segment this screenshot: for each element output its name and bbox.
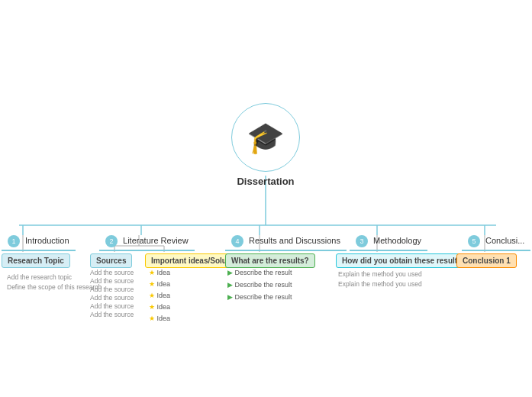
branch-label-literature: 2 Literature Review — [99, 233, 195, 251]
center-node: 🎓 Dissertation — [231, 103, 300, 187]
item-source-4: Add the source — [90, 294, 134, 302]
item-source-2: Add the source — [90, 277, 134, 285]
sub-results: What are the results? — [225, 253, 315, 268]
branch-results: 4 Results and Discussions — [225, 233, 347, 251]
branch-label-introduction: 1 Introduction — [2, 233, 76, 251]
branch-number-conclusion: 5 — [468, 235, 480, 247]
item-idea-5: ★ Idea — [149, 315, 170, 322]
branch-conclusion: 5 Conclusi... — [462, 233, 530, 251]
branch-label-results: 4 Results and Discussions — [225, 233, 347, 251]
center-label: Dissertation — [237, 176, 294, 187]
sub-research-topic: Research Topic — [2, 253, 70, 268]
item-source-6: Add the source — [90, 311, 134, 318]
item-result-2: ▶ Describe the result — [227, 281, 292, 289]
item-idea-1: ★ Idea — [149, 269, 170, 276]
item-idea-4: ★ Idea — [149, 303, 170, 311]
branch-number-methodology: 3 — [356, 235, 368, 247]
sub-conclusion-1: Conclusion 1 — [456, 253, 517, 268]
item-source-1: Add the source — [90, 269, 134, 276]
sub-methodology: How did you obtain these results? — [336, 253, 472, 268]
item-result-3: ▶ Describe the result — [227, 293, 292, 301]
branch-introduction: 1 Introduction — [2, 233, 76, 251]
branch-methodology: 3 Methodology — [350, 233, 427, 251]
mindmap-canvas: 🎓 Dissertation 1 Introduction Research T… — [0, 0, 532, 397]
center-circle: 🎓 — [231, 103, 300, 172]
center-icon: 🎓 — [247, 120, 285, 156]
branch-number-introduction: 1 — [8, 235, 20, 247]
branch-number-literature: 2 — [105, 235, 118, 247]
sub-sources: Sources — [90, 253, 132, 268]
item-idea-2: ★ Idea — [149, 280, 170, 288]
branch-literature: 2 Literature Review — [99, 233, 195, 251]
item-idea-3: ★ Idea — [149, 292, 170, 299]
branch-label-conclusion: 5 Conclusi... — [462, 233, 530, 251]
item-result-1: ▶ Describe the result — [227, 269, 292, 276]
item-source-3: Add the source — [90, 286, 134, 293]
branch-label-methodology: 3 Methodology — [350, 233, 427, 251]
branch-number-results: 4 — [231, 235, 243, 247]
item-method-1: Explain the method you used — [338, 270, 422, 278]
item-method-2: Explain the method you used — [338, 280, 422, 288]
item-source-5: Add the source — [90, 302, 134, 310]
connector-lines — [0, 0, 532, 397]
